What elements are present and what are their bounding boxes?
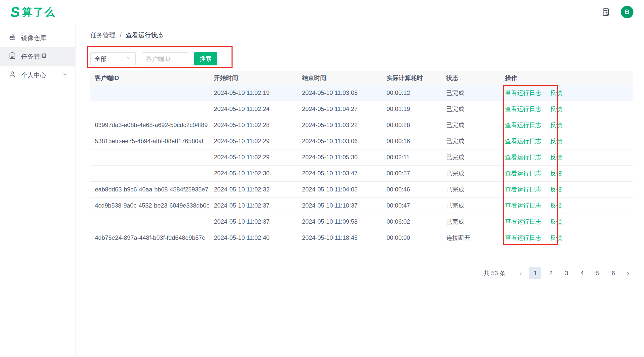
pagination-page-6[interactable]: 6 <box>607 267 619 279</box>
view-log-link[interactable]: 查看运行日志 <box>505 138 541 144</box>
view-log-link[interactable]: 查看运行日志 <box>505 186 541 193</box>
cell-actions: 查看运行日志 反馈 <box>501 149 633 165</box>
feedback-link[interactable]: 反馈 <box>550 186 562 193</box>
cell-duration: 00:00:16 <box>382 133 442 149</box>
cell-start-time: 2024-05-10 11:02:32 <box>209 181 297 197</box>
cell-end-time: 2024-05-10 11:10:37 <box>297 197 382 214</box>
view-log-link[interactable]: 查看运行日志 <box>505 218 541 225</box>
pagination-page-5[interactable]: 5 <box>592 267 604 279</box>
cell-actions: 查看运行日志 反馈 <box>501 133 633 149</box>
feedback-link[interactable]: 反馈 <box>550 202 562 209</box>
logo-s-icon: S <box>10 5 20 19</box>
search-button[interactable]: 搜索 <box>194 52 217 65</box>
pagination-pages: 123456 <box>529 267 619 279</box>
col-actions: 操作 <box>501 71 633 85</box>
view-log-link[interactable]: 查看运行日志 <box>505 122 541 128</box>
cell-status: 已完成 <box>442 165 501 181</box>
cell-start-time: 2024-05-10 11:02:40 <box>209 230 297 246</box>
pagination-page-4[interactable]: 4 <box>576 267 588 279</box>
cell-actions: 查看运行日志 反馈 <box>501 101 633 117</box>
sidebar-item-label: 个人中心 <box>21 71 46 79</box>
cell-status: 已完成 <box>442 133 501 149</box>
cell-actions: 查看运行日志 反馈 <box>501 117 633 133</box>
avatar[interactable]: B <box>621 6 633 18</box>
sidebar-item-image-repo[interactable]: 镜像仓库 <box>0 28 75 47</box>
cell-actions: 查看运行日志 反馈 <box>501 197 633 214</box>
breadcrumb-parent[interactable]: 任务管理 <box>90 31 116 38</box>
user-icon <box>9 70 16 80</box>
app-window: S 算了么 B <box>0 0 644 357</box>
cell-start-time: 2024-05-10 11:02:24 <box>209 101 297 117</box>
task-manage-icon <box>9 52 16 61</box>
log-search-icon[interactable] <box>602 8 611 17</box>
cell-client-id <box>90 101 209 117</box>
col-duration: 实际计算耗时 <box>382 71 442 85</box>
cell-client-id <box>90 85 209 101</box>
cell-actions: 查看运行日志 反馈 <box>501 181 633 197</box>
sidebar-item-user-center[interactable]: 个人中心 <box>0 66 75 84</box>
cell-actions: 查看运行日志 反馈 <box>501 165 633 181</box>
cell-status: 已完成 <box>442 197 501 214</box>
table-row: 4cd9b538-9a0c-4532-be23-6049e338db0c 202… <box>90 197 633 214</box>
client-id-input[interactable] <box>142 52 189 65</box>
breadcrumb-separator: / <box>120 31 122 38</box>
feedback-link[interactable]: 反馈 <box>550 105 562 112</box>
pagination-total: 共 53 条 <box>483 269 506 277</box>
cell-client-id <box>90 165 209 181</box>
table-row: 2024-05-10 11:02:37 2024-05-10 11:09:58 … <box>90 214 633 230</box>
pagination-page-1[interactable]: 1 <box>529 267 541 279</box>
status-filter-select[interactable]: 全部 <box>90 52 136 65</box>
table-row: 2024-05-10 11:02:30 2024-05-10 11:03:47 … <box>90 165 633 181</box>
feedback-link[interactable]: 反馈 <box>550 122 562 128</box>
cell-end-time: 2024-05-10 11:04:05 <box>297 181 382 197</box>
feedback-link[interactable]: 反馈 <box>550 154 562 161</box>
view-log-link[interactable]: 查看运行日志 <box>505 105 541 112</box>
view-log-link[interactable]: 查看运行日志 <box>505 234 541 241</box>
cell-start-time: 2024-05-10 11:02:29 <box>209 149 297 165</box>
cell-end-time: 2024-05-10 11:03:06 <box>297 133 382 149</box>
cell-client-id: eab8dd63-b9c6-40aa-bb68-4584f25935e7 <box>90 181 209 197</box>
feedback-link[interactable]: 反馈 <box>550 138 562 144</box>
cell-start-time: 2024-05-10 11:02:19 <box>209 85 297 101</box>
cell-end-time: 2024-05-10 11:04:27 <box>297 101 382 117</box>
cell-client-id <box>90 149 209 165</box>
cell-status: 已完成 <box>442 117 501 133</box>
view-log-link[interactable]: 查看运行日志 <box>505 89 541 96</box>
cell-status: 已完成 <box>442 101 501 117</box>
filter-bar: 全部 搜索 <box>90 52 633 65</box>
cell-status: 已完成 <box>442 214 501 230</box>
view-log-link[interactable]: 查看运行日志 <box>505 202 541 209</box>
brand-name: 算了么 <box>22 5 55 19</box>
cell-duration: 00:00:46 <box>382 181 442 197</box>
cell-start-time: 2024-05-10 11:02:37 <box>209 197 297 214</box>
pagination-prev-button[interactable]: ‹ <box>516 269 526 277</box>
cell-duration: 00:00:00 <box>382 230 442 246</box>
table-row: 2024-05-10 11:02:29 2024-05-10 11:05:30 … <box>90 149 633 165</box>
cell-duration: 00:00:12 <box>382 85 442 101</box>
sidebar-item-task-manage[interactable]: 任务管理 <box>0 47 75 66</box>
col-start-time: 开始时间 <box>209 71 297 85</box>
cell-end-time: 2024-05-10 11:09:58 <box>297 214 382 230</box>
feedback-link[interactable]: 反馈 <box>550 218 562 225</box>
pagination-next-button[interactable]: › <box>623 269 633 277</box>
view-log-link[interactable]: 查看运行日志 <box>505 170 541 177</box>
chevron-down-icon <box>126 55 131 62</box>
cell-start-time: 2024-05-10 11:02:28 <box>209 117 297 133</box>
feedback-link[interactable]: 反馈 <box>550 234 562 241</box>
cell-duration: 00:06:02 <box>382 214 442 230</box>
cell-actions: 查看运行日志 反馈 <box>501 230 633 246</box>
main-content: 任务管理 / 查看运行状态 全部 搜索 <box>76 24 644 357</box>
cell-end-time: 2024-05-10 11:05:30 <box>297 149 382 165</box>
cell-status: 连接断开 <box>442 230 501 246</box>
image-repo-icon <box>9 33 16 42</box>
pagination-page-3[interactable]: 3 <box>560 267 573 279</box>
col-end-time: 结束时间 <box>297 71 382 85</box>
sidebar-item-label: 镜像仓库 <box>21 34 46 42</box>
col-status: 状态 <box>442 71 501 85</box>
view-log-link[interactable]: 查看运行日志 <box>505 154 541 161</box>
feedback-link[interactable]: 反馈 <box>550 170 562 177</box>
pagination-page-2[interactable]: 2 <box>545 267 557 279</box>
top-header: S 算了么 B <box>0 0 644 24</box>
feedback-link[interactable]: 反馈 <box>550 89 562 96</box>
brand-logo[interactable]: S 算了么 <box>11 5 55 19</box>
